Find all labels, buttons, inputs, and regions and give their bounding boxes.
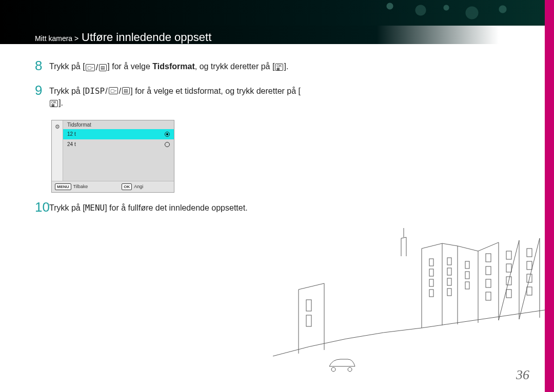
step-10: 10 Trykk på [MENU] for å fullføre det in… [35,202,302,214]
step-text: Trykk på [DISP/▢▫/▤] for å velge et tids… [49,85,302,109]
screen-main: Tidsformat 12 t 24 t [63,120,174,181]
svg-rect-16 [486,292,491,300]
content: 8 Trykk på [▢▫/▤] for å velge Tidsformat… [35,60,302,225]
breadcrumb-sep: > [74,34,78,43]
key-disp-af-burst: DISP/▢▫/▤ [85,85,131,97]
menu-button-icon: MENU [55,183,71,190]
svg-rect-6 [447,258,451,265]
step-text: Trykk på [▢▫/▤] for å velge Tidsformat, … [49,60,288,74]
option-label: 24 t [67,141,76,147]
option-12t[interactable]: 12 t [63,129,174,139]
svg-rect-7 [447,268,451,275]
svg-rect-5 [429,290,433,297]
ok-key-icon: OK▦ [275,64,283,71]
svg-rect-14 [486,266,491,275]
city-illustration [268,218,545,392]
disp-key: DISP [85,85,105,97]
page-title: Utføre innledende oppsett [82,31,211,44]
screen-footer: MENU Tilbake OK Angi [52,181,174,192]
breadcrumb: Mitt kamera > Utføre innledende oppsett [35,31,211,44]
step-text: Trykk på [MENU] for å fullføre det innle… [49,202,248,214]
af-icon: ▢▫ [86,64,95,71]
svg-rect-23 [527,274,532,282]
burst-icon: ▤ [99,64,107,71]
step-number: 8 [35,59,49,72]
screen-sidebar-gear-icon [52,120,63,181]
svg-rect-15 [486,279,491,287]
option-24t[interactable]: 24 t [63,139,174,150]
camera-screen: Tidsformat 12 t 24 t MENU Tilbake OK Ang… [51,120,174,193]
svg-rect-12 [465,282,469,289]
svg-rect-18 [506,264,511,272]
svg-rect-24 [527,287,532,295]
breadcrumb-section: Mitt kamera [35,34,72,43]
step-8: 8 Trykk på [▢▫/▤] for å velge Tidsformat… [35,60,302,74]
svg-rect-10 [465,261,469,269]
svg-rect-8 [447,278,451,285]
svg-rect-9 [447,288,451,296]
svg-rect-19 [506,277,511,285]
key-af-burst: ▢▫/▤ [85,61,108,73]
menu-key: MENU [85,203,105,213]
af-icon: ▢▫ [109,87,118,94]
option-label: 12 t [67,131,76,137]
radio-selected-icon [165,132,170,137]
header-accent [0,0,554,26]
svg-rect-3 [429,269,433,276]
radio-unselected-icon [165,142,170,147]
svg-rect-20 [506,290,511,298]
svg-rect-11 [465,272,469,279]
svg-rect-22 [527,261,532,270]
ok-button-icon: OK [122,183,132,190]
svg-rect-17 [506,251,511,259]
svg-rect-21 [527,249,532,257]
step-9: 9 Trykk på [DISP/▢▫/▤] for å velge et ti… [35,85,302,109]
back-label: Tilbake [73,184,88,189]
svg-rect-2 [429,259,433,266]
svg-rect-4 [429,279,433,286]
step-number: 10 [35,200,49,214]
burst-icon: ▤ [122,87,130,94]
svg-rect-0 [306,300,311,311]
ok-label: Angi [134,184,143,189]
step-number: 9 [35,84,49,97]
ok-key-icon: OK▦ [50,100,58,107]
screen-title: Tidsformat [63,120,174,129]
page-number: 36 [516,367,529,383]
bold-tidsformat: Tidsformat [152,62,194,71]
side-tab [545,0,554,392]
svg-rect-1 [306,315,311,326]
svg-rect-13 [486,254,491,262]
